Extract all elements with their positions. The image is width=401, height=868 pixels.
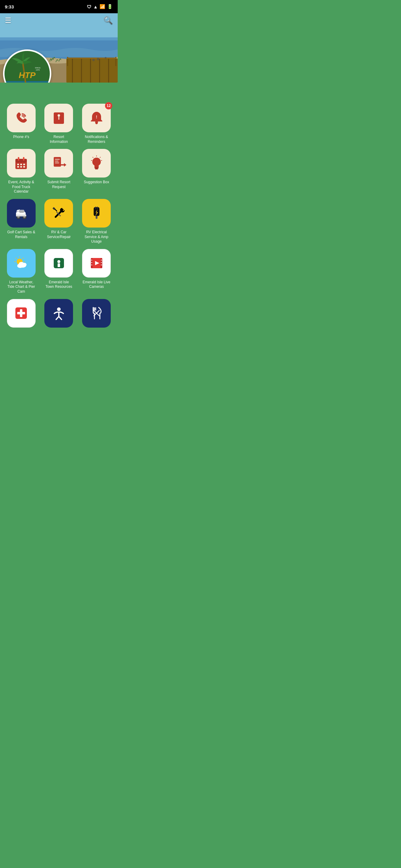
calendar-icon-box bbox=[7, 149, 36, 178]
svg-line-48 bbox=[101, 160, 102, 161]
svg-rect-62 bbox=[97, 207, 98, 209]
shield-icon: 🛡 bbox=[87, 4, 91, 9]
phone-numbers-icon-box bbox=[7, 104, 36, 132]
svg-rect-80 bbox=[91, 259, 92, 261]
submit-request-item[interactable]: Submit Resort Request bbox=[42, 149, 76, 194]
svg-rect-38 bbox=[20, 166, 22, 167]
restaurant-item[interactable] bbox=[80, 299, 113, 330]
calendar-item[interactable]: Event, Activity & Food Truck Calendar bbox=[5, 149, 38, 194]
status-icons: 🛡 ▲ 📶 🔋 bbox=[87, 4, 113, 9]
calendar-icon bbox=[13, 155, 29, 172]
emerald-isle-town-item[interactable]: Emerald Isle Town Resources bbox=[42, 249, 76, 294]
header-nav: ☰ 🔍 bbox=[0, 13, 118, 28]
resort-information-label: Resort Information bbox=[45, 135, 73, 144]
rv-service-item[interactable]: RV & Car Service/Repair bbox=[42, 199, 76, 244]
svg-rect-63 bbox=[96, 216, 97, 219]
svg-rect-18 bbox=[5, 81, 50, 83]
svg-line-47 bbox=[100, 157, 101, 158]
emerald-isle-cameras-icon-box bbox=[82, 249, 111, 278]
svg-rect-85 bbox=[101, 264, 102, 266]
svg-point-26 bbox=[58, 114, 60, 117]
golf-cart-icon bbox=[13, 205, 29, 221]
restaurant-icon-box bbox=[82, 299, 111, 328]
svg-rect-35 bbox=[20, 164, 22, 165]
camera-icon bbox=[88, 255, 105, 271]
svg-rect-34 bbox=[17, 164, 19, 165]
search-button[interactable]: 🔍 bbox=[104, 16, 113, 25]
menu-button[interactable]: ☰ bbox=[5, 16, 11, 25]
golf-cart-item[interactable]: Golf Cart Sales & Rentals bbox=[5, 199, 38, 244]
notifications-item[interactable]: 12 ! Notifications & Reminders bbox=[80, 104, 113, 144]
svg-rect-76 bbox=[58, 264, 60, 267]
restaurant-icon bbox=[88, 305, 105, 321]
resort-information-item[interactable]: i Resort Information bbox=[42, 104, 76, 144]
first-aid-icon bbox=[13, 305, 29, 321]
svg-text:1976: 1976 bbox=[36, 69, 40, 71]
golf-cart-icon-box bbox=[7, 199, 36, 227]
calendar-label: Event, Activity & Food Truck Calendar bbox=[7, 180, 36, 194]
wifi-icon: ▲ bbox=[93, 4, 98, 9]
rv-service-icon-box bbox=[45, 199, 73, 227]
svg-point-73 bbox=[22, 263, 27, 267]
phone-numbers-item[interactable]: Phone #'s bbox=[5, 104, 38, 144]
activities-item[interactable] bbox=[42, 299, 76, 330]
rv-electrical-label: RV Electrical Service & Amp Usage bbox=[82, 230, 111, 244]
emerald-isle-cameras-label: Emerald Isle Live Cameras bbox=[82, 280, 111, 289]
svg-rect-52 bbox=[20, 211, 24, 213]
svg-rect-37 bbox=[17, 166, 19, 167]
main-content: Phone #'s i Resort Information 12 bbox=[0, 83, 118, 336]
tools-icon bbox=[51, 205, 67, 221]
first-aid-icon-box bbox=[7, 299, 36, 328]
svg-rect-44 bbox=[94, 167, 99, 168]
svg-rect-83 bbox=[101, 259, 102, 261]
rv-electrical-item[interactable]: RV Electrical Service & Amp Usage bbox=[80, 199, 113, 244]
electrical-icon bbox=[88, 205, 105, 221]
town-info-icon bbox=[51, 255, 67, 271]
svg-rect-88 bbox=[17, 312, 25, 314]
svg-rect-57 bbox=[16, 215, 26, 216]
svg-point-89 bbox=[57, 307, 61, 311]
rv-electrical-icon-box bbox=[82, 199, 111, 227]
time-display: 9:33 bbox=[5, 4, 14, 9]
local-weather-label: Local Weather, Tide Chart & Pier Cam bbox=[7, 280, 36, 294]
logo-circle: HTP SINCE 1976 RESORT bbox=[3, 50, 51, 83]
notifications-label: Notifications & Reminders bbox=[82, 135, 111, 144]
suggestion-box-label: Suggestion Box bbox=[84, 180, 109, 185]
signal-icon: 📶 bbox=[99, 4, 105, 9]
resort-information-icon-box: i bbox=[45, 104, 73, 132]
svg-line-50 bbox=[91, 160, 92, 161]
info-icon: i bbox=[51, 110, 67, 126]
emerald-isle-town-label: Emerald Isle Town Resources bbox=[45, 280, 73, 289]
svg-point-75 bbox=[57, 260, 60, 263]
logo-container: HTP SINCE 1976 RESORT bbox=[3, 50, 51, 83]
suggestion-box-item[interactable]: Suggestion Box bbox=[80, 149, 113, 194]
notification-badge: 12 bbox=[105, 102, 112, 110]
svg-line-66 bbox=[23, 258, 23, 258]
emerald-isle-town-icon-box bbox=[45, 249, 73, 278]
svg-rect-43 bbox=[55, 162, 59, 163]
svg-rect-84 bbox=[101, 262, 102, 263]
icon-grid: Phone #'s i Resort Information 12 bbox=[5, 104, 113, 330]
svg-text:SINCE: SINCE bbox=[35, 67, 40, 69]
svg-rect-41 bbox=[55, 159, 60, 160]
weather-icon bbox=[13, 255, 29, 271]
logo-svg: HTP SINCE 1976 RESORT bbox=[4, 51, 50, 83]
local-weather-item[interactable]: Local Weather, Tide Chart & Pier Cam bbox=[5, 249, 38, 294]
lightbulb-icon bbox=[88, 155, 105, 172]
notifications-icon-box: 12 ! bbox=[82, 104, 111, 132]
svg-line-49 bbox=[93, 157, 93, 158]
svg-rect-81 bbox=[91, 262, 92, 263]
phone-icon bbox=[13, 110, 29, 126]
emerald-isle-cameras-item[interactable]: Emerald Isle Live Cameras bbox=[80, 249, 113, 294]
suggestion-box-icon-box bbox=[82, 149, 111, 178]
svg-rect-31 bbox=[16, 159, 27, 162]
svg-text:HTP: HTP bbox=[19, 70, 36, 80]
svg-rect-42 bbox=[55, 161, 59, 161]
svg-rect-33 bbox=[23, 157, 24, 161]
bell-icon: ! bbox=[88, 110, 105, 126]
first-aid-item[interactable] bbox=[5, 299, 38, 330]
svg-point-28 bbox=[95, 122, 98, 124]
logo-inner: HTP SINCE 1976 RESORT bbox=[4, 51, 50, 83]
svg-rect-36 bbox=[23, 164, 25, 165]
submit-request-icon-box bbox=[45, 149, 73, 178]
